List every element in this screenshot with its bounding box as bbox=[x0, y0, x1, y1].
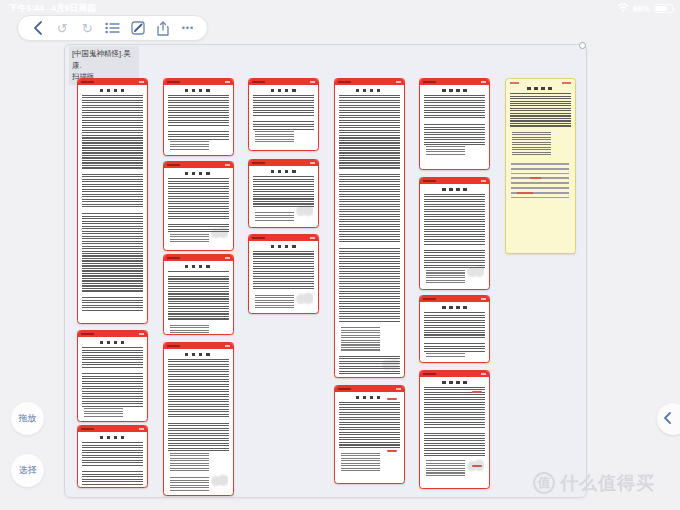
notes-toolbar: ↺ ↻ ••• bbox=[17, 15, 208, 41]
scanned-page-thumbnail[interactable] bbox=[419, 295, 490, 363]
side-panel-toggle-button[interactable] bbox=[657, 403, 680, 435]
scanned-page-thumbnail[interactable] bbox=[77, 330, 148, 422]
redo-icon[interactable]: ↻ bbox=[79, 20, 95, 36]
wifi-icon bbox=[617, 3, 629, 14]
status-bar-left: 下午5:444月9日周四 bbox=[9, 3, 103, 15]
scanned-page-thumbnail[interactable] bbox=[163, 254, 234, 335]
selection-grabber-handle[interactable] bbox=[579, 42, 586, 49]
page-body bbox=[164, 85, 233, 154]
page-body bbox=[335, 85, 404, 378]
page-body bbox=[249, 85, 318, 147]
page-body bbox=[249, 166, 318, 225]
status-date: 4月9日周四 bbox=[51, 3, 96, 13]
red-annotation-mark bbox=[387, 450, 397, 452]
note-page-thumbnail[interactable] bbox=[505, 78, 576, 254]
faint-scan-watermark bbox=[467, 459, 484, 473]
chevron-left-icon bbox=[663, 410, 671, 428]
scanned-page-thumbnail[interactable] bbox=[334, 385, 405, 484]
red-annotation-mark bbox=[472, 391, 482, 393]
faint-scan-watermark bbox=[296, 204, 313, 218]
scanned-page-thumbnail[interactable] bbox=[163, 342, 234, 496]
share-icon[interactable] bbox=[155, 20, 171, 36]
more-icon[interactable]: ••• bbox=[180, 20, 196, 36]
page-body bbox=[164, 349, 233, 495]
scanned-page-thumbnail[interactable] bbox=[248, 234, 319, 314]
drag-button[interactable]: 拖放 bbox=[11, 402, 44, 435]
markup-icon[interactable] bbox=[130, 20, 146, 36]
page-body bbox=[164, 261, 233, 335]
page-body bbox=[78, 432, 147, 488]
page-body bbox=[420, 377, 489, 480]
scanned-page-thumbnail[interactable] bbox=[248, 159, 319, 228]
scanned-page-thumbnail[interactable] bbox=[419, 177, 490, 290]
page-body bbox=[249, 241, 318, 313]
select-button[interactable]: 选择 bbox=[11, 454, 44, 487]
scanned-page-thumbnail[interactable] bbox=[77, 78, 148, 324]
checklist-icon[interactable] bbox=[104, 20, 120, 36]
page-body bbox=[335, 392, 404, 474]
scanned-page-thumbnail[interactable] bbox=[419, 78, 490, 170]
battery-icon bbox=[654, 4, 673, 13]
page-body bbox=[506, 79, 575, 204]
drag-button-label: 拖放 bbox=[19, 412, 37, 425]
scanned-page-thumbnail[interactable] bbox=[248, 78, 319, 151]
pdf-attachment-canvas[interactable]: [中国鬼神精怪].吴康. 扫描版 bbox=[64, 44, 587, 498]
page-body bbox=[78, 337, 147, 421]
faint-scan-watermark bbox=[211, 474, 228, 488]
status-bar-right: 66% bbox=[617, 3, 673, 14]
page-body bbox=[78, 85, 147, 315]
faint-scan-watermark bbox=[296, 292, 313, 306]
faint-scan-watermark bbox=[467, 265, 484, 279]
undo-icon[interactable]: ↺ bbox=[54, 20, 70, 36]
faint-scan-watermark bbox=[211, 226, 228, 240]
page-body bbox=[420, 302, 489, 361]
scanned-page-thumbnail[interactable] bbox=[419, 370, 490, 489]
scanned-page-thumbnail[interactable] bbox=[77, 425, 148, 488]
status-time: 下午5:44 bbox=[9, 3, 44, 13]
page-body bbox=[420, 184, 489, 286]
page-body bbox=[164, 168, 233, 247]
scanned-page-thumbnail[interactable] bbox=[163, 78, 234, 156]
back-chevron-icon[interactable] bbox=[29, 20, 45, 36]
faint-scan-watermark bbox=[382, 358, 399, 372]
attachment-title-line1: [中国鬼神精怪].吴康. bbox=[72, 48, 136, 71]
red-annotation-mark bbox=[387, 398, 397, 400]
scanned-page-thumbnail[interactable] bbox=[334, 78, 405, 378]
scanned-page-thumbnail[interactable] bbox=[163, 161, 234, 251]
battery-percent: 66% bbox=[633, 4, 650, 14]
page-body bbox=[420, 85, 489, 159]
select-button-label: 选择 bbox=[19, 464, 37, 477]
